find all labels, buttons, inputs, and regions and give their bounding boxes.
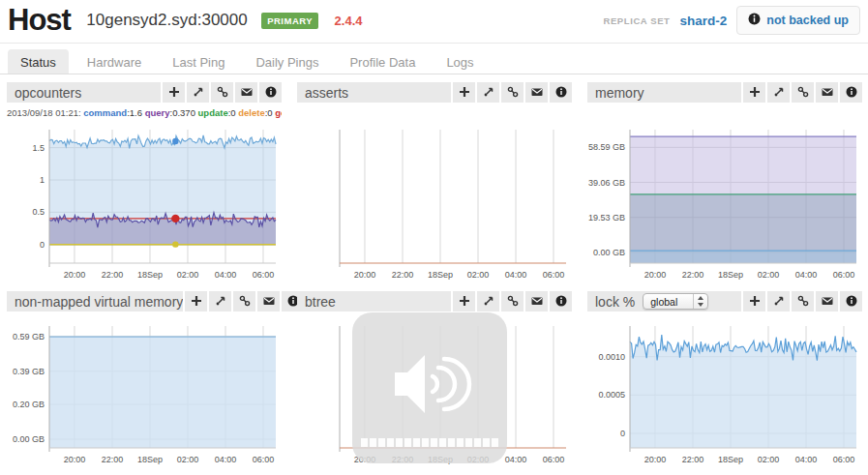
- tab-last-ping[interactable]: Last Ping: [160, 49, 237, 74]
- lock-scope-value: global: [644, 296, 693, 308]
- email-button[interactable]: [233, 82, 257, 103]
- svg-text:0.0010: 0.0010: [598, 352, 625, 362]
- svg-text:18Sep: 18Sep: [718, 455, 743, 464]
- svg-text:0.00 GB: 0.00 GB: [13, 434, 45, 444]
- chart-annotation: [587, 103, 862, 122]
- annotation-segment: :1.6: [127, 107, 145, 118]
- info-icon: [846, 85, 857, 101]
- panel-header-opcounters: opcounters: [7, 82, 282, 103]
- replica-set-link[interactable]: shard-2: [679, 14, 727, 28]
- panel-header-btree: btree: [297, 291, 572, 312]
- chart-memory[interactable]: 0.00 GB19.53 GB39.06 GB58.59 GB20:0022:0…: [587, 122, 862, 288]
- add-chart-button[interactable]: [161, 82, 185, 103]
- expand-button[interactable]: [207, 291, 231, 312]
- panel-toolbar: [741, 82, 862, 103]
- info-button[interactable]: [838, 291, 862, 312]
- svg-text:0.39 GB: 0.39 GB: [13, 367, 45, 376]
- email-button[interactable]: [814, 291, 838, 312]
- svg-text:19.53 GB: 19.53 GB: [588, 213, 625, 223]
- add-chart-button[interactable]: [741, 82, 765, 103]
- add-chart-button[interactable]: [451, 82, 475, 103]
- link-button[interactable]: [790, 82, 814, 103]
- svg-text:1: 1: [40, 175, 45, 185]
- svg-text:0: 0: [620, 429, 625, 438]
- email-icon: [822, 85, 833, 101]
- primary-badge: PRIMARY: [261, 13, 318, 29]
- panel-title: asserts: [297, 85, 348, 101]
- email-button[interactable]: [255, 291, 280, 312]
- svg-text:0: 0: [40, 240, 45, 250]
- svg-text:18Sep: 18Sep: [137, 270, 163, 280]
- svg-text:06:00: 06:00: [543, 270, 565, 280]
- chart-lock[interactable]: 00.00050.001020:0022:0018Sep02:0004:0006…: [587, 320, 862, 473]
- link-icon: [507, 294, 519, 310]
- chart-opcounters[interactable]: 00.511.520:0022:0018Sep02:0004:0006:00: [7, 122, 282, 288]
- svg-text:18Sep: 18Sep: [718, 270, 743, 280]
- chart-non-mapped-virtual-memory[interactable]: 0.00 GB0.20 GB0.39 GB0.59 GB20:0022:0018…: [7, 320, 282, 473]
- link-button[interactable]: [209, 82, 233, 103]
- svg-text:02:00: 02:00: [467, 270, 490, 280]
- link-button[interactable]: [499, 291, 524, 312]
- svg-text:06:00: 06:00: [253, 455, 275, 464]
- not-backed-up-button[interactable]: not backed up: [736, 6, 860, 35]
- svg-text:20:00: 20:00: [64, 455, 86, 464]
- email-button[interactable]: [524, 82, 548, 103]
- tab-hardware[interactable]: Hardware: [75, 49, 154, 74]
- chart-annotation: 2013/09/18 01:21: command:1.6 query:0.37…: [7, 103, 282, 122]
- svg-text:04:00: 04:00: [215, 270, 237, 280]
- info-button[interactable]: [838, 82, 862, 103]
- expand-button[interactable]: [765, 291, 790, 312]
- tab-logs[interactable]: Logs: [434, 49, 486, 74]
- annotation-segment: getmore: [275, 107, 282, 118]
- expand-button[interactable]: [475, 291, 499, 312]
- add-chart-icon: [168, 85, 180, 101]
- svg-text:04:00: 04:00: [505, 455, 527, 464]
- svg-text:0.20 GB: 0.20 GB: [13, 400, 45, 409]
- link-button[interactable]: [499, 82, 524, 103]
- svg-text:0.5: 0.5: [32, 207, 45, 217]
- svg-text:39.06 GB: 39.06 GB: [588, 178, 625, 188]
- svg-text:0.0005: 0.0005: [598, 390, 625, 400]
- expand-button[interactable]: [185, 82, 209, 103]
- annotation-segment: update: [198, 107, 228, 118]
- panel-memory: memory0.00 GB19.53 GB39.06 GB58.59 GB20:…: [587, 82, 862, 288]
- add-chart-icon: [749, 85, 761, 101]
- chart-asserts[interactable]: 20:0022:0018Sep02:0004:0006:00: [297, 122, 572, 288]
- svg-text:02:00: 02:00: [758, 455, 780, 464]
- svg-text:04:00: 04:00: [795, 270, 818, 280]
- replica-set-label: REPLICA SET: [603, 15, 670, 26]
- panel-title: lock %: [587, 294, 635, 310]
- add-chart-icon: [459, 294, 470, 310]
- tab-profile-data[interactable]: Profile Data: [337, 49, 428, 74]
- tab-status[interactable]: Status: [8, 49, 69, 74]
- svg-text:1.5: 1.5: [32, 143, 45, 153]
- svg-text:06:00: 06:00: [833, 455, 855, 464]
- panel-title: opcounters: [7, 85, 81, 101]
- email-button[interactable]: [814, 82, 838, 103]
- expand-button[interactable]: [475, 82, 499, 103]
- expand-icon: [773, 85, 785, 101]
- lock-scope-select[interactable]: global: [643, 293, 708, 310]
- panel-title: btree: [297, 294, 336, 310]
- tab-daily-pings[interactable]: Daily Pings: [243, 49, 331, 74]
- svg-text:20:00: 20:00: [644, 270, 667, 280]
- panel-btree: btree20:0022:0018Sep02:0004:0006:00: [297, 291, 572, 475]
- link-button[interactable]: [231, 291, 255, 312]
- add-chart-button[interactable]: [451, 291, 475, 312]
- info-button[interactable]: [257, 82, 282, 103]
- email-button[interactable]: [524, 291, 548, 312]
- expand-icon: [483, 85, 494, 101]
- link-button[interactable]: [790, 291, 814, 312]
- chart-annotation: [587, 312, 862, 320]
- add-chart-button[interactable]: [741, 291, 765, 312]
- add-chart-button[interactable]: [183, 291, 207, 312]
- panel-header-lock: lock %global: [587, 291, 862, 312]
- select-stepper-icon: [693, 294, 707, 309]
- annotation-segment: 2013/09/18 01:21:: [7, 107, 83, 118]
- info-button[interactable]: [548, 291, 572, 312]
- info-button[interactable]: [548, 82, 572, 103]
- expand-button[interactable]: [765, 82, 790, 103]
- panel-title: memory: [587, 85, 644, 101]
- annotation-segment: query: [145, 107, 170, 118]
- info-icon: [555, 85, 567, 101]
